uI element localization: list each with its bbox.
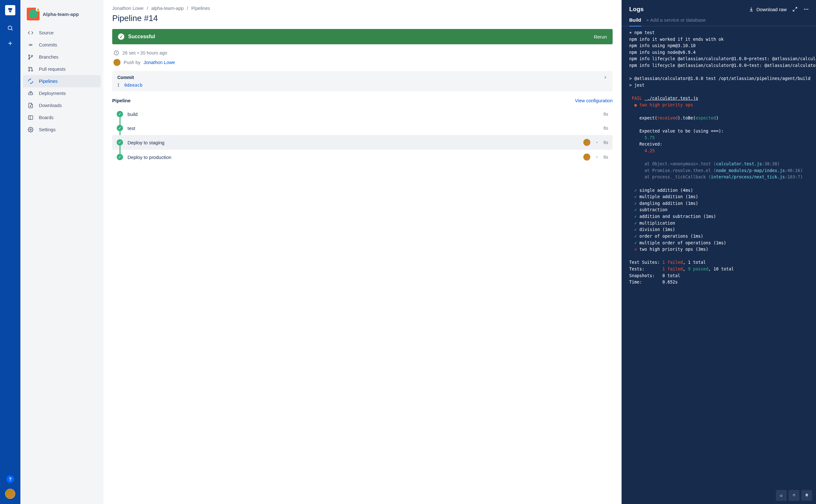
commit-branch-icon <box>117 83 122 87</box>
logs-tab-add-service[interactable]: + Add a service or database <box>646 17 706 26</box>
step-duration: 6s <box>603 140 608 145</box>
author-row: Push by Jonathon Lowe <box>112 59 613 66</box>
branches-icon <box>27 54 34 60</box>
step-label: Deploy to staging <box>127 140 579 145</box>
step-avatar <box>583 154 590 161</box>
svg-point-10 <box>29 67 30 68</box>
pull-requests-icon <box>27 66 34 72</box>
logs-panel: Logs Download raw Build + Add a service … <box>622 0 816 504</box>
lock-icon: 🔒 <box>36 7 40 11</box>
commit-card: Commit 0deeacb <box>112 71 613 91</box>
svg-point-9 <box>32 55 33 56</box>
sidebar-item-downloads[interactable]: Downloads <box>23 99 101 112</box>
settings-icon <box>27 126 34 133</box>
author-link[interactable]: Jonathon Lowe <box>143 60 175 65</box>
search-icon[interactable] <box>4 22 17 34</box>
logs-tab-build[interactable]: Build <box>629 17 641 26</box>
help-icon[interactable]: ? <box>6 475 14 483</box>
step-success-icon: ✓ <box>117 125 123 131</box>
sidebar-item-label: Branches <box>39 54 58 60</box>
page-title: Pipeline #14 <box>112 13 613 23</box>
step-duration: 6s <box>603 126 608 131</box>
svg-point-7 <box>29 55 30 56</box>
main-content: Jonathon Lowe / alpha-team-app / Pipelin… <box>103 0 622 504</box>
svg-point-23 <box>804 9 805 10</box>
deployments-icon <box>27 90 34 97</box>
sidebar-item-label: Boards <box>39 115 54 120</box>
author-avatar <box>113 59 120 66</box>
create-icon[interactable] <box>4 37 17 50</box>
status-label: Successful <box>128 34 155 40</box>
sidebar-item-pull-requests[interactable]: Pull requests <box>23 63 101 75</box>
sidebar-item-settings[interactable]: Settings <box>23 124 101 136</box>
svg-point-18 <box>118 83 119 84</box>
breadcrumb: Jonathon Lowe / alpha-team-app / Pipelin… <box>112 6 613 11</box>
scroll-up-icon[interactable] <box>789 490 799 501</box>
project-title: Alpha-team-app <box>43 11 79 17</box>
sidebar-item-branches[interactable]: Branches <box>23 51 101 63</box>
sidebar-item-pipelines[interactable]: Pipelines <box>23 75 101 87</box>
pipeline-step[interactable]: ✓build6s <box>112 107 613 121</box>
svg-point-11 <box>29 70 30 71</box>
rerun-button[interactable]: Rerun <box>594 34 607 40</box>
view-configuration-link[interactable]: View configuration <box>575 98 613 103</box>
svg-line-22 <box>793 10 795 11</box>
step-success-icon: ✓ <box>117 111 123 117</box>
sidebar-item-label: Pipelines <box>39 79 58 84</box>
commit-expand-icon[interactable] <box>603 75 608 80</box>
svg-line-1 <box>11 29 13 31</box>
clock-icon <box>113 50 119 56</box>
step-success-icon: ✓ <box>117 139 123 146</box>
breadcrumb-section[interactable]: Pipelines <box>191 6 210 11</box>
repo-sidebar: 🔒 Alpha-team-app SourceCommitsBranchesPu… <box>20 0 103 504</box>
sidebar-item-label: Commits <box>39 42 57 47</box>
sidebar-item-boards[interactable]: Boards <box>23 112 101 124</box>
svg-rect-14 <box>28 116 33 119</box>
svg-point-12 <box>32 70 33 71</box>
sidebar-item-label: Source <box>39 30 54 35</box>
download-raw-button[interactable]: Download raw <box>749 7 787 12</box>
pipeline-step[interactable]: ✓Deploy to staging•6s <box>112 135 613 150</box>
sidebar-item-label: Pull requests <box>39 67 66 72</box>
svg-point-8 <box>29 58 30 59</box>
step-duration: 6s <box>603 155 608 160</box>
svg-point-19 <box>118 86 119 87</box>
pipeline-step[interactable]: ✓Deploy to production•6s <box>112 150 613 164</box>
step-label: build <box>127 112 599 117</box>
product-logo[interactable] <box>5 5 15 15</box>
push-by-label: Push by <box>124 60 140 65</box>
step-avatar <box>583 139 590 146</box>
more-icon[interactable] <box>803 6 809 12</box>
commit-hash-link[interactable]: 0deeacb <box>124 83 142 88</box>
sidebar-item-deployments[interactable]: Deployments <box>23 87 101 99</box>
duration-row: 26 sec • 20 hours ago <box>112 50 613 56</box>
step-success-icon: ✓ <box>117 154 123 160</box>
sidebar-item-label: Downloads <box>39 103 62 108</box>
pipeline-section-title: Pipeline <box>112 98 131 103</box>
lightbulb-icon[interactable] <box>801 490 812 501</box>
pipeline-step[interactable]: ✓test6s <box>112 121 613 135</box>
expand-icon[interactable] <box>792 7 798 12</box>
boards-icon <box>27 114 34 121</box>
svg-line-21 <box>795 7 797 9</box>
logs-title: Logs <box>629 6 644 13</box>
scroll-down-icon[interactable] <box>776 490 787 501</box>
project-header[interactable]: 🔒 Alpha-team-app <box>23 6 101 27</box>
breadcrumb-repo[interactable]: alpha-team-app <box>151 6 184 11</box>
pipelines-icon <box>27 78 34 84</box>
svg-point-4 <box>30 44 32 46</box>
commit-header: Commit <box>117 75 134 80</box>
breadcrumb-owner[interactable]: Jonathon Lowe <box>112 6 143 11</box>
svg-point-24 <box>806 9 807 10</box>
source-icon <box>27 30 34 36</box>
user-avatar[interactable] <box>5 489 15 499</box>
logs-output[interactable]: + npm test npm info it worked if it ends… <box>622 26 816 504</box>
sidebar-item-commits[interactable]: Commits <box>23 39 101 51</box>
sidebar-item-label: Settings <box>39 127 55 132</box>
svg-point-0 <box>8 26 12 30</box>
sidebar-item-source[interactable]: Source <box>23 27 101 39</box>
commits-icon <box>27 42 34 48</box>
success-check-icon: ✓ <box>118 33 124 40</box>
global-rail: ? <box>0 0 20 504</box>
duration-text: 26 sec • 20 hours ago <box>122 50 167 55</box>
